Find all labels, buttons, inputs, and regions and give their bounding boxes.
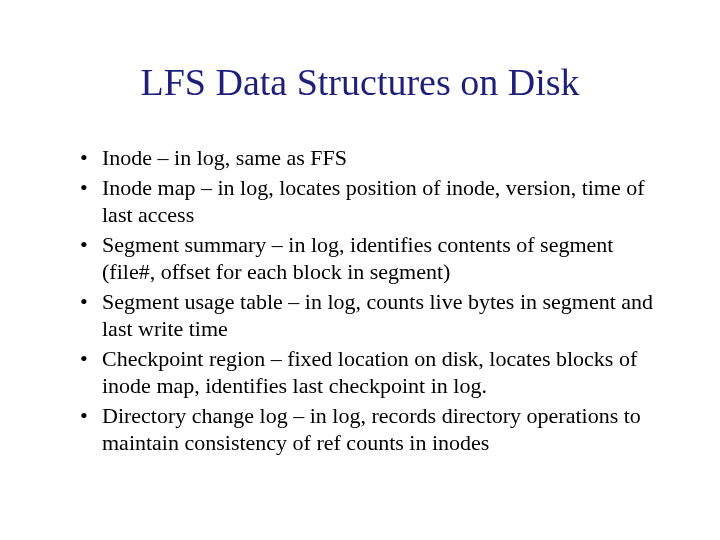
slide: LFS Data Structures on Disk Inode – in l… bbox=[0, 0, 720, 540]
list-item: Inode map – in log, locates position of … bbox=[80, 174, 660, 229]
list-item: Segment summary – in log, identifies con… bbox=[80, 231, 660, 286]
slide-title: LFS Data Structures on Disk bbox=[60, 60, 660, 104]
list-item: Segment usage table – in log, counts liv… bbox=[80, 288, 660, 343]
list-item: Directory change log – in log, records d… bbox=[80, 402, 660, 457]
bullet-list: Inode – in log, same as FFS Inode map – … bbox=[80, 144, 660, 457]
list-item: Inode – in log, same as FFS bbox=[80, 144, 660, 172]
list-item: Checkpoint region – fixed location on di… bbox=[80, 345, 660, 400]
